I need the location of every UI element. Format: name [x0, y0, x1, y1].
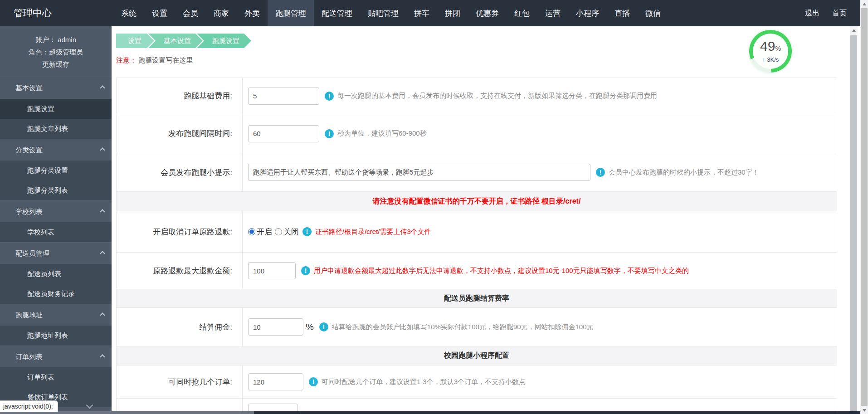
sidebar-group-header[interactable]: 配送员管理 — [0, 242, 112, 264]
sidebar-item[interactable]: 配送员列表 — [0, 264, 112, 284]
section-header: 校园跑腿小程序配置 — [117, 346, 837, 365]
radio-input[interactable] — [248, 228, 255, 235]
form-value-cell: !秒为单位，建议填写60-900秒 — [243, 114, 837, 153]
scroll-up-icon[interactable] — [850, 26, 858, 34]
form-row: 开启取消订单原路退款:开启关闭!证书路径/根目录/cret/需要上传3个文件 — [117, 211, 837, 253]
percent-suffix: % — [306, 322, 314, 332]
breadcrumb-segment[interactable]: 跑腿设置 — [197, 34, 251, 48]
form-row: 配送员跑腿结算费率 — [117, 289, 837, 308]
sidebar-item[interactable]: 跑腿分类设置 — [0, 161, 112, 180]
form-hint: 每一次跑腿的基本费用，会员发布的时候收取，支持在线支付，新版如果筛选分类，在跑腿… — [337, 92, 657, 100]
note-prefix: 注意： — [116, 56, 137, 64]
nav-item[interactable]: 微信 — [638, 0, 668, 26]
nav-item[interactable]: 拼团 — [437, 0, 468, 26]
sidebar-item[interactable]: 跑腿分类列表 — [0, 180, 112, 200]
sidebar-item[interactable]: 跑腿设置 — [0, 99, 112, 119]
chevron-up-icon — [100, 209, 105, 214]
info-icon: ! — [325, 92, 334, 101]
info-icon: ! — [302, 227, 312, 236]
form-label: 可同时抢几个订单: — [117, 365, 243, 398]
chevron-up-icon — [100, 354, 105, 359]
nav-item[interactable]: 优惠券 — [468, 0, 507, 26]
content-scrollbar-thumb[interactable] — [850, 35, 857, 412]
nav-item[interactable]: 商家 — [206, 0, 237, 26]
content-scrollbar[interactable] — [850, 26, 858, 414]
gauge-rate: ↑3K/s — [762, 56, 779, 63]
refresh-cache-link[interactable]: 更新缓存 — [0, 58, 112, 70]
form-hint: 秒为单位，建议填写60-900秒 — [337, 129, 427, 138]
sidebar-item[interactable]: 学校列表 — [0, 222, 112, 242]
radio-option[interactable]: 开启 — [248, 227, 272, 237]
nav-item[interactable]: 贴吧管理 — [360, 0, 406, 26]
chevron-up-icon — [100, 85, 105, 90]
sidebar-group-header[interactable]: 订单列表 — [0, 346, 112, 367]
nav-item[interactable]: 设置 — [144, 0, 175, 26]
form-hint: 结算给跑腿的会员账户比如填写10%实际付款100元，给跑腿90元，网站扣除佣金1… — [332, 323, 594, 331]
scroll-up-icon[interactable] — [860, 0, 868, 8]
form-label: 会员发布跑腿小提示: — [117, 153, 243, 191]
nav-item[interactable]: 外卖 — [237, 0, 268, 26]
nav-item[interactable]: 退出 — [799, 0, 826, 26]
form-input[interactable] — [248, 164, 590, 181]
form-value-cell: %!结算给跑腿的会员账户比如填写10%实际付款100元，给跑腿90元，网站扣除佣… — [243, 308, 837, 346]
main-menu: 系统设置会员商家外卖跑腿管理配送管理贴吧管理拼车拼团优惠券红包运营小程序直播微信 — [113, 0, 668, 26]
form-value-cell: !会员中心发布跑腿的时候的小提示，不超过30字！ — [243, 153, 837, 191]
info-icon: ! — [301, 266, 310, 275]
section-header: 配送员跑腿结算费率 — [117, 289, 837, 307]
nav-item[interactable]: 跑腿管理 — [268, 0, 314, 26]
form-input[interactable] — [248, 125, 319, 142]
form-row: 请注意没有配置微信证书的千万不要开启，证书路径 根目录/cret/ — [117, 192, 837, 211]
form-input[interactable] — [248, 318, 303, 336]
form-row: 校园跑腿小程序配置 — [117, 346, 837, 365]
browser-scrollbar[interactable] — [860, 0, 868, 414]
form-label: 结算佣金: — [117, 308, 243, 346]
app-title: 管理中心 — [0, 0, 113, 26]
main-content: 设置基本设置跑腿设置 注意： 跑腿设置写在这里 49% ↑3K/s 跑腿基础费用… — [112, 26, 850, 414]
account-user: 账户： admin — [0, 34, 112, 46]
form-row: 发布跑腿间隔时间:!秒为单位，建议填写60-900秒 — [117, 114, 837, 153]
form-input[interactable] — [248, 88, 319, 105]
form-hint: 会员中心发布跑腿的时候的小提示，不超过30字！ — [609, 168, 759, 177]
nav-item[interactable]: 配送管理 — [314, 0, 360, 26]
nav-item[interactable]: 直播 — [607, 0, 638, 26]
nav-item[interactable]: 首页 — [826, 0, 853, 26]
sidebar-item[interactable]: 配送员财务记录 — [0, 284, 112, 304]
nav-right-menu: 退出首页 — [799, 0, 860, 26]
sidebar-group-header[interactable]: 分类设置 — [0, 139, 112, 161]
note-text: 跑腿设置写在这里 — [138, 56, 193, 64]
browser-scrollbar-thumb[interactable] — [861, 8, 868, 406]
chevron-up-icon — [100, 147, 105, 152]
sidebar-group-header[interactable]: 跑腿地址 — [0, 304, 112, 326]
form-row: 原路退款最大退款金额:!用户申请退款金额最大超过此数字后无法申请退款，不支持小数… — [117, 253, 837, 289]
sidebar-item[interactable]: 跑腿文章列表 — [0, 119, 112, 139]
sidebar-item[interactable]: 订单列表 — [0, 367, 112, 387]
radio-input[interactable] — [275, 228, 282, 235]
breadcrumb-segment[interactable]: 基本设置 — [148, 34, 203, 48]
nav-item[interactable]: 小程序 — [568, 0, 607, 26]
radio-label: 关闭 — [283, 227, 299, 237]
sidebar-group-header[interactable]: 学校列表 — [0, 200, 112, 222]
form-value-cell: !用户申请退款金额最大超过此数字后无法申请退款，不支持小数点，建议设置10元-1… — [243, 253, 837, 289]
scroll-down-icon[interactable] — [860, 406, 868, 414]
sidebar-item[interactable]: 跑腿地址列表 — [0, 326, 112, 346]
sidebar-group-header[interactable]: 基本设置 — [0, 77, 112, 99]
bottom-edge — [0, 411, 860, 414]
form-input[interactable] — [248, 373, 303, 390]
form-row: 跑腿基础费用:!每一次跑腿的基本费用，会员发布的时候收取，支持在线支付，新版如果… — [117, 78, 837, 114]
form-hint: 可同时配送几个订单，建议设置1-3个，默认3个订单，不支持小数点 — [322, 378, 526, 386]
form-label: 开启取消订单原路退款: — [117, 211, 243, 252]
settings-form: 跑腿基础费用:!每一次跑腿的基本费用，会员发布的时候收取，支持在线支付，新版如果… — [116, 78, 837, 414]
nav-item[interactable]: 红包 — [507, 0, 537, 26]
breadcrumb-segment[interactable]: 设置 — [116, 34, 154, 48]
gauge-percent: 49% — [760, 39, 781, 55]
form-value-cell: !每一次跑腿的基本费用，会员发布的时候收取，支持在线支付，新版如果筛选分类，在跑… — [243, 78, 837, 114]
nav-item[interactable]: 会员 — [175, 0, 206, 26]
form-label: 发布跑腿间隔时间: — [117, 114, 243, 153]
sidebar: 账户： admin 角色：超级管理员 更新缓存 基本设置跑腿设置跑腿文章列表分类… — [0, 26, 112, 414]
radio-option[interactable]: 关闭 — [275, 227, 299, 237]
nav-item[interactable]: 拼车 — [406, 0, 437, 26]
form-input[interactable] — [248, 262, 296, 279]
nav-item[interactable]: 系统 — [113, 0, 144, 26]
form-row: 会员发布跑腿小提示:!会员中心发布跑腿的时候的小提示，不超过30字！ — [117, 153, 837, 192]
nav-item[interactable]: 运营 — [537, 0, 568, 26]
